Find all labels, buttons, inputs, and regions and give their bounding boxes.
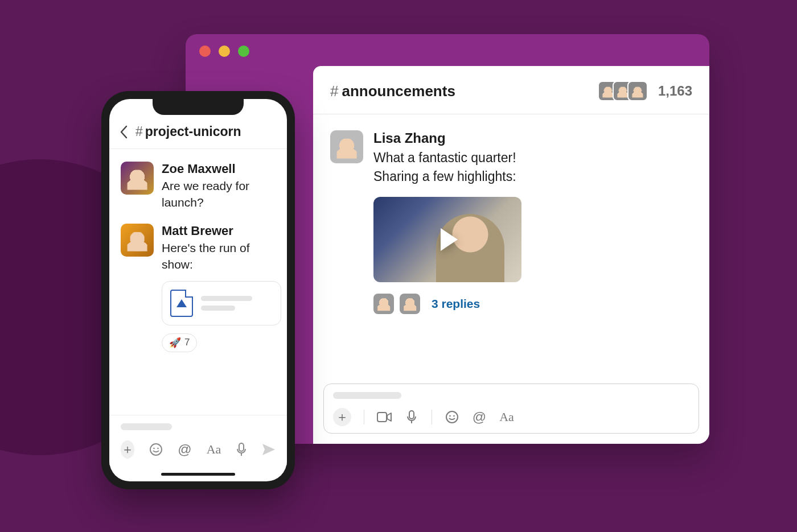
svg-point-8 (157, 448, 159, 449)
message: Matt Brewer Here's the run of show: 🚀 7 (121, 224, 276, 352)
phone-message-composer[interactable]: ＋ @ Aa (109, 415, 287, 465)
channel-meta: 1,163 (598, 81, 692, 101)
reply-avatar (373, 294, 394, 314)
window-close-dot[interactable] (199, 46, 211, 57)
message-text: Here's the run of show: (162, 240, 281, 273)
channel-name-text: announcements (342, 83, 455, 100)
svg-rect-1 (409, 411, 414, 419)
svg-point-7 (153, 448, 155, 449)
video-attachment[interactable] (373, 197, 521, 282)
message-composer[interactable]: ＋ @ Aa (323, 383, 699, 434)
message-avatar[interactable] (121, 224, 154, 257)
phone-device: #project-unicorn Zoe Maxwell Are we read… (101, 91, 295, 489)
message-text: Are we ready for launch? (162, 178, 276, 211)
reaction-chip[interactable]: 🚀 7 (162, 333, 197, 352)
emoji-icon[interactable] (445, 410, 459, 424)
member-avatar (627, 81, 648, 101)
window-minimize-dot[interactable] (219, 46, 230, 57)
phone-message-list: Zoe Maxwell Are we ready for launch? Mat… (109, 149, 287, 352)
back-button[interactable] (120, 125, 128, 139)
composer-placeholder (333, 392, 401, 399)
window-traffic-lights (199, 46, 249, 57)
message-text: What a fantastic quarter! Sharing a few … (373, 149, 521, 187)
message-avatar[interactable] (121, 162, 154, 195)
message-author[interactable]: Lisa Zhang (373, 130, 521, 146)
microphone-icon[interactable] (404, 410, 419, 424)
svg-rect-0 (377, 413, 387, 422)
mention-icon[interactable]: @ (178, 442, 191, 457)
svg-rect-9 (239, 443, 244, 451)
desktop-channel-panel: #announcements 1,163 Lisa Zhang What a f… (313, 66, 709, 444)
hash-icon: # (135, 124, 143, 139)
window-maximize-dot[interactable] (238, 46, 249, 57)
svg-point-4 (449, 415, 451, 417)
channel-message-list: Lisa Zhang What a fantastic quarter! Sha… (313, 114, 709, 320)
phone-channel-name[interactable]: #project-unicorn (135, 124, 241, 139)
phone-notch (153, 99, 244, 115)
play-icon (441, 228, 458, 251)
phone-screen: #project-unicorn Zoe Maxwell Are we read… (109, 99, 287, 481)
message-author[interactable]: Matt Brewer (162, 224, 281, 238)
phone-composer-toolbar: ＋ @ Aa (121, 440, 276, 459)
svg-point-5 (453, 415, 455, 417)
composer-toolbar: ＋ @ Aa (333, 408, 689, 426)
message-author[interactable]: Zoe Maxwell (162, 162, 276, 176)
emoji-icon[interactable] (149, 442, 163, 457)
reply-avatar (400, 294, 420, 314)
attach-button[interactable]: ＋ (121, 440, 134, 459)
hash-icon: # (330, 83, 338, 100)
channel-header: #announcements 1,163 (313, 66, 709, 114)
message: Lisa Zhang What a fantastic quarter! Sha… (330, 130, 692, 314)
video-icon[interactable] (377, 410, 392, 424)
composer-placeholder (121, 423, 172, 430)
member-count[interactable]: 1,163 (658, 83, 692, 99)
toolbar-divider (364, 410, 364, 424)
formatting-icon[interactable]: Aa (499, 410, 514, 424)
message: Zoe Maxwell Are we ready for launch? (121, 162, 276, 211)
message-avatar[interactable] (330, 130, 363, 163)
formatting-icon[interactable]: Aa (207, 442, 221, 457)
send-button[interactable] (262, 442, 276, 457)
message-content: Zoe Maxwell Are we ready for launch? (162, 162, 276, 211)
reaction-count: 7 (184, 337, 190, 348)
document-attachment[interactable] (162, 281, 281, 325)
member-avatar-stack[interactable] (598, 81, 648, 101)
attach-button[interactable]: ＋ (333, 408, 351, 426)
thread-replies-link[interactable]: 3 replies (432, 297, 480, 311)
microphone-icon[interactable] (236, 442, 247, 457)
channel-name[interactable]: #announcements (330, 83, 455, 100)
home-indicator (161, 473, 235, 476)
svg-point-6 (150, 444, 162, 455)
toolbar-divider (432, 410, 432, 424)
mention-icon[interactable]: @ (472, 410, 487, 424)
thread-summary[interactable]: 3 replies (373, 294, 521, 314)
rocket-emoji-icon: 🚀 (169, 337, 181, 349)
document-title-placeholder (201, 296, 273, 311)
message-content: Lisa Zhang What a fantastic quarter! Sha… (373, 130, 521, 314)
google-drive-file-icon (170, 290, 193, 317)
message-content: Matt Brewer Here's the run of show: 🚀 7 (162, 224, 281, 352)
svg-point-3 (446, 411, 458, 423)
